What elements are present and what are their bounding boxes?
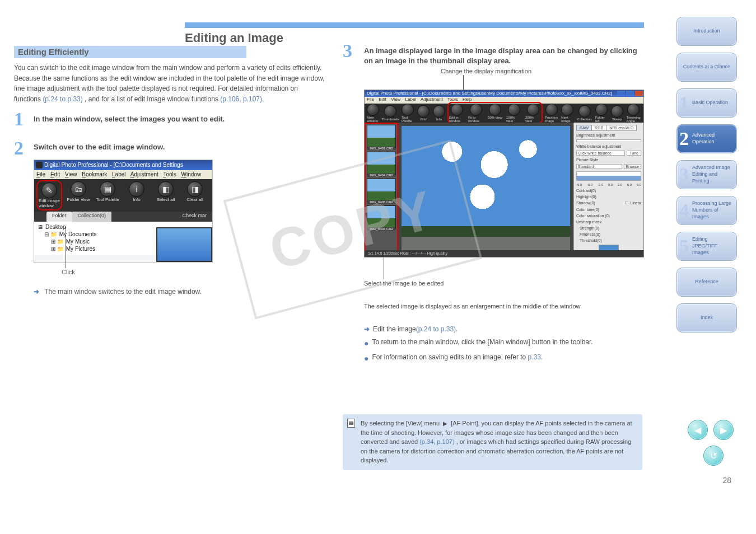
tb-folder-left[interactable]: Folder left bbox=[595, 104, 608, 123]
saving-ref: p.33 bbox=[528, 353, 541, 361]
tb-fit[interactable]: Fit to window bbox=[468, 104, 484, 123]
menu2-tools[interactable]: Tools bbox=[447, 97, 458, 102]
intro-ref-1: (p.24 to p.33) bbox=[43, 95, 82, 103]
folder-view-button[interactable]: 🗂 Folder view bbox=[67, 181, 90, 209]
menu-label[interactable]: Label bbox=[112, 171, 125, 177]
close-button[interactable] bbox=[635, 91, 643, 96]
lbl-shadow: Shadow(0) bbox=[576, 201, 595, 205]
palette-tab-nr[interactable]: NR/Lens/ALO bbox=[606, 125, 637, 131]
menu-bookmark[interactable]: Bookmark bbox=[82, 171, 107, 177]
collection-tab[interactable]: Collection(0) bbox=[72, 212, 112, 222]
tb-grid[interactable]: Grid bbox=[417, 105, 430, 121]
tb-prev[interactable]: Previous image bbox=[545, 104, 558, 123]
info-label: Info bbox=[133, 197, 140, 202]
step-number-3: 3 bbox=[343, 40, 352, 62]
lbl-threshold: Threshold(0) bbox=[576, 238, 641, 242]
caption-select-image: Select the image to be edited bbox=[364, 280, 644, 287]
menu-tools[interactable]: Tools bbox=[163, 171, 176, 177]
lbl-linear[interactable]: Linear bbox=[631, 201, 641, 205]
select-all-label: Select all bbox=[157, 197, 175, 202]
tool-palette-icon: ▤ bbox=[100, 181, 115, 197]
tb-fullscreen[interactable]: Full screen bbox=[643, 104, 644, 123]
tip-box: By selecting the [View] menu ▶ [AF Point… bbox=[343, 414, 642, 470]
nav-ch3[interactable]: 3Advanced Image Editing and Printing bbox=[676, 160, 737, 189]
tb-200[interactable]: 200% view bbox=[525, 104, 541, 123]
tb-stamp[interactable]: Stamp bbox=[611, 105, 623, 121]
caption-enlargement: The selected image is displayed as an en… bbox=[364, 302, 644, 311]
tb-tool-palette[interactable]: Tool Palette bbox=[402, 104, 414, 123]
menu-edit[interactable]: Edit bbox=[50, 171, 60, 177]
nav-contents[interactable]: Contents at a Glance bbox=[676, 53, 737, 82]
tb-100[interactable]: 100% view bbox=[506, 104, 522, 123]
nav-ch1[interactable]: 1Basic Operation bbox=[676, 88, 737, 118]
info-icon: i bbox=[129, 181, 144, 197]
menu-file[interactable]: File bbox=[36, 171, 45, 177]
nav-introduction[interactable]: Introduction bbox=[676, 17, 737, 46]
thumb-3[interactable]: IMG_0405.CR2 bbox=[367, 179, 396, 202]
minimize-button[interactable] bbox=[617, 91, 625, 96]
return-button-row: ↺ bbox=[703, 446, 724, 466]
select-all-button[interactable]: ◧ Select all bbox=[154, 181, 178, 209]
tb-thumbnails[interactable]: Thumbnails bbox=[382, 105, 398, 121]
menu2-label[interactable]: Label bbox=[405, 97, 417, 102]
intro-ref-2: (p.106, p.107) bbox=[220, 95, 262, 103]
lbl-unsharp: Unsharp mask bbox=[576, 220, 641, 224]
return-button[interactable]: ↺ bbox=[703, 446, 724, 466]
intro-paragraph: You can switch to the edit image window … bbox=[14, 63, 325, 104]
menu2-edit[interactable]: Edit bbox=[379, 97, 386, 102]
checkmark-tab[interactable]: Check mar bbox=[176, 212, 212, 222]
prev-page-button[interactable]: ◀ bbox=[688, 420, 708, 440]
menu-adjustment[interactable]: Adjustment bbox=[130, 171, 158, 177]
main-image-area[interactable] bbox=[398, 123, 573, 257]
clear-all-icon: ◨ bbox=[187, 181, 203, 197]
lbl-fineness: Fineness(0) bbox=[576, 232, 641, 236]
tool-palette-button[interactable]: ▤ Tool Palette bbox=[96, 181, 119, 209]
thumb-2[interactable]: IMG_0404.CR2 bbox=[367, 152, 396, 175]
clear-all-button[interactable]: ◨ Clear all bbox=[183, 181, 207, 209]
menu2-file[interactable]: File bbox=[367, 97, 374, 102]
tb-next[interactable]: Next image bbox=[561, 104, 573, 123]
menu2-help[interactable]: Help bbox=[463, 97, 472, 102]
edit-window-title: Digital Photo Professional - [C:\Documen… bbox=[367, 90, 612, 97]
result-arrow-icon: ➜ bbox=[34, 288, 39, 296]
nav-ch2[interactable]: 2Advanced Operation bbox=[676, 124, 737, 153]
click-wb-button[interactable]: Click white balance bbox=[576, 151, 625, 156]
nav-index[interactable]: Index bbox=[676, 303, 737, 332]
menu-window[interactable]: Window bbox=[181, 171, 202, 177]
lbl-wb: White balance adjustment bbox=[576, 144, 641, 148]
palette-tab-raw[interactable]: RAW bbox=[576, 125, 592, 131]
menu2-adjustment[interactable]: Adjustment bbox=[421, 97, 443, 102]
slider-brightness[interactable] bbox=[576, 139, 641, 142]
window-control-buttons[interactable] bbox=[617, 90, 643, 97]
tb-collection[interactable]: Collection bbox=[577, 105, 591, 121]
tb-trimming[interactable]: Trimming Angle bbox=[627, 104, 641, 123]
tune-button[interactable]: Tune bbox=[627, 151, 641, 156]
folder-tab[interactable]: Folder bbox=[46, 212, 72, 222]
tb-info[interactable]: Info bbox=[433, 105, 445, 121]
tool-palette-panel[interactable]: RAW RGB NR/Lens/ALO Brightness adjustmen… bbox=[573, 123, 643, 257]
step-2-result: ➜ The main window switches to the edit i… bbox=[34, 288, 325, 296]
thumbnail-column[interactable]: IMG_0403.CR2 IMG_0404.CR2 IMG_0405.CR2 I… bbox=[365, 123, 398, 257]
thumb-4[interactable]: IMG_0406.CR2 bbox=[367, 205, 396, 229]
menu2-view[interactable]: View bbox=[391, 97, 400, 102]
tb-edit-in-window[interactable]: Edit in window bbox=[449, 104, 465, 123]
nav-reference[interactable]: Reference bbox=[676, 268, 737, 297]
browse-button[interactable]: Browse bbox=[624, 164, 641, 169]
nav-ch5[interactable]: 5Editing JPEG/TIFF Images bbox=[676, 232, 737, 261]
palette-tab-rgb[interactable]: RGB bbox=[591, 125, 606, 131]
maximize-button[interactable] bbox=[626, 91, 634, 96]
picture-style-select[interactable]: Standard bbox=[576, 164, 622, 169]
edit-image-window-button[interactable]: ✎ Edit image window bbox=[38, 181, 61, 209]
next-page-button[interactable]: ▶ bbox=[713, 420, 734, 440]
side-navigation: Introduction Contents at a Glance 1Basic… bbox=[676, 17, 737, 332]
info-button[interactable]: i Info bbox=[125, 181, 148, 209]
menu-view[interactable]: View bbox=[65, 171, 77, 177]
edit-body: IMG_0403.CR2 IMG_0404.CR2 IMG_0405.CR2 I… bbox=[365, 123, 643, 257]
thumb-1[interactable]: IMG_0403.CR2 bbox=[367, 125, 396, 148]
palette-tabs[interactable]: RAW RGB NR/Lens/ALO bbox=[576, 125, 641, 131]
tb-50[interactable]: 50% view bbox=[487, 104, 503, 123]
tb-main-window[interactable]: Main window bbox=[367, 104, 379, 123]
menu-bar[interactable]: File Edit View Bookmark Label Adjustment… bbox=[34, 170, 212, 179]
nav-ch4[interactable]: 4Processing Large Numbers of Images bbox=[676, 196, 737, 225]
thumbnail-preview[interactable] bbox=[156, 227, 212, 262]
